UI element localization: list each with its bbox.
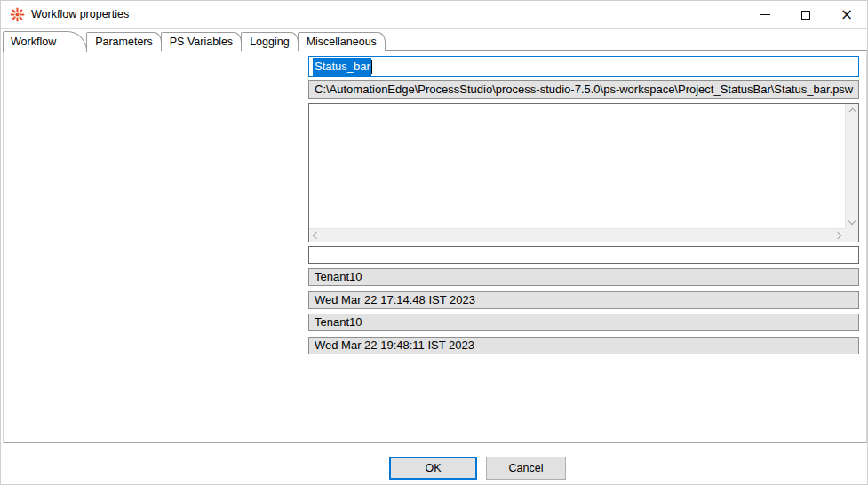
last-modified-by-field: Tenant10 xyxy=(308,314,859,331)
tab-logging[interactable]: Logging xyxy=(241,32,299,51)
minimize-icon xyxy=(760,14,770,15)
close-button[interactable]: × xyxy=(826,1,867,28)
maximize-button[interactable] xyxy=(785,1,826,28)
window-title: Workflow properties xyxy=(31,1,129,28)
created-at-field: Wed Mar 22 17:14:48 IST 2023 xyxy=(308,291,859,309)
scroll-up-arrow-icon[interactable] xyxy=(848,107,856,115)
version-input[interactable] xyxy=(308,246,859,264)
workflow-properties-dialog: Workflow properties × Workflow Parameter… xyxy=(0,0,868,485)
vertical-scrollbar[interactable] xyxy=(845,104,858,228)
description-textarea[interactable] xyxy=(308,103,859,242)
workflow-name-selected-text: Status_bar xyxy=(313,58,371,76)
last-modified-at-field: Wed Mar 22 19:48:11 IST 2023 xyxy=(308,337,859,354)
minimize-button[interactable] xyxy=(745,1,785,28)
scroll-down-arrow-icon[interactable] xyxy=(848,218,856,225)
tab-miscellaneous[interactable]: Miscellaneous xyxy=(298,32,386,51)
tab-ps-variables[interactable]: PS Variables xyxy=(161,32,242,51)
created-by-field: Tenant10 xyxy=(308,268,859,286)
workflow-name-input[interactable]: Status_bar xyxy=(308,56,859,77)
tab-parameters[interactable]: Parameters xyxy=(86,32,162,51)
tab-workflow[interactable]: Workflow xyxy=(3,31,87,52)
horizontal-scrollbar[interactable] xyxy=(309,228,845,242)
titlebar-divider xyxy=(1,28,867,29)
cancel-button[interactable]: Cancel xyxy=(486,457,566,480)
ok-button[interactable]: OK xyxy=(389,457,477,480)
close-icon: × xyxy=(840,7,853,22)
window-controls: × xyxy=(745,1,867,28)
maximize-icon xyxy=(801,11,810,20)
scrollbar-corner xyxy=(845,228,858,242)
scroll-right-arrow-icon[interactable] xyxy=(834,232,841,239)
tab-strip: Workflow Parameters PS Variables Logging… xyxy=(3,31,386,51)
automationedge-starburst-icon xyxy=(10,7,25,22)
text-caret xyxy=(371,60,372,74)
title-bar: Workflow properties × xyxy=(1,1,867,28)
workflow-filename-field: C:\AutomationEdge\ProcessStudio\process-… xyxy=(308,80,859,99)
scroll-left-arrow-icon[interactable] xyxy=(313,232,320,239)
